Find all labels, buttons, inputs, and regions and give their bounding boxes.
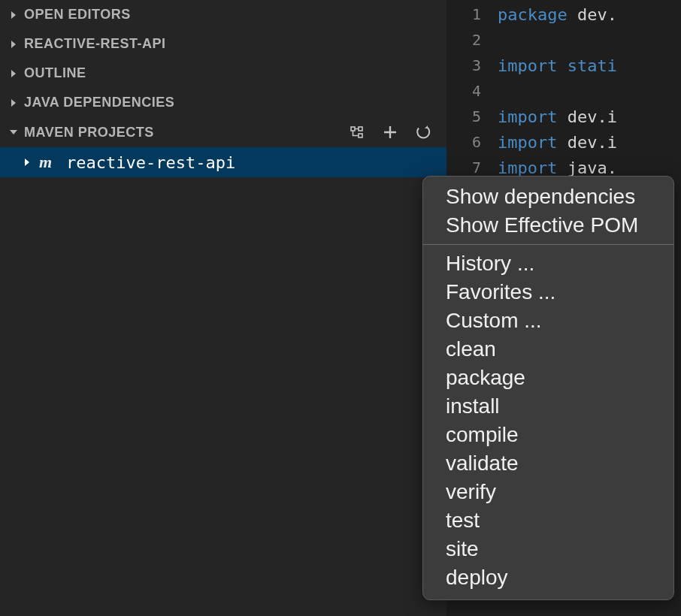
line-content: import stati	[498, 56, 617, 75]
section-label: JAVA DEPENDENCIES	[24, 95, 437, 110]
chevron-right-icon	[9, 40, 24, 49]
maven-project-item[interactable]: m reactive-rest-api	[0, 147, 446, 177]
section-maven-projects[interactable]: MAVEN PROJECTS	[0, 117, 446, 147]
line-content: package dev.	[498, 5, 617, 24]
menu-show-effective-pom[interactable]: Show Effective POM	[423, 211, 673, 240]
code-line[interactable]: 5import dev.i	[446, 104, 681, 129]
maven-project-label: reactive-rest-api	[66, 153, 235, 172]
chevron-right-icon	[9, 69, 24, 78]
maven-context-menu: Show dependencies Show Effective POM His…	[422, 176, 674, 600]
section-outline[interactable]: OUTLINE	[0, 59, 446, 88]
menu-site[interactable]: site	[423, 535, 673, 563]
plus-icon[interactable]	[382, 124, 398, 140]
svg-rect-0	[351, 127, 355, 131]
code-line[interactable]: 3import stati	[446, 53, 681, 78]
menu-clean[interactable]: clean	[423, 335, 673, 364]
section-label: MAVEN PROJECTS	[24, 125, 349, 140]
menu-custom[interactable]: Custom ...	[423, 306, 673, 335]
code-line[interactable]: 1package dev.	[446, 2, 681, 27]
line-number: 3	[446, 56, 498, 74]
section-open-editors[interactable]: OPEN EDITORS	[0, 0, 446, 29]
line-number: 4	[446, 82, 498, 100]
chevron-right-icon	[23, 158, 39, 167]
code-line[interactable]: 6import dev.i	[446, 129, 681, 155]
menu-validate[interactable]: validate	[423, 449, 673, 478]
menu-history[interactable]: History ...	[423, 249, 673, 278]
section-label: REACTIVE-REST-API	[24, 36, 437, 52]
menu-show-dependencies[interactable]: Show dependencies	[423, 183, 673, 211]
menu-compile[interactable]: compile	[423, 421, 673, 449]
code-line[interactable]: 2	[446, 27, 681, 53]
menu-install[interactable]: install	[423, 392, 673, 421]
maven-icon: m	[39, 152, 62, 172]
explorer-sidebar: OPEN EDITORS REACTIVE-REST-API OUTLINE J…	[0, 0, 446, 616]
chevron-right-icon	[9, 11, 24, 20]
line-number: 1	[446, 5, 498, 23]
line-content: import dev.i	[498, 107, 617, 126]
line-number: 6	[446, 133, 498, 151]
svg-rect-1	[359, 127, 362, 131]
section-project-root[interactable]: REACTIVE-REST-API	[0, 29, 446, 59]
menu-verify[interactable]: verify	[423, 478, 673, 506]
line-number: 2	[446, 31, 498, 49]
line-content: import dev.i	[498, 133, 617, 152]
line-number: 5	[446, 107, 498, 125]
refresh-icon[interactable]	[415, 124, 431, 140]
chevron-down-icon	[9, 128, 24, 137]
maven-section-actions	[349, 124, 437, 140]
section-java-dependencies[interactable]: JAVA DEPENDENCIES	[0, 88, 446, 117]
line-content: import java.	[498, 159, 617, 177]
section-label: OPEN EDITORS	[24, 7, 437, 23]
line-number: 7	[446, 159, 498, 177]
menu-deploy[interactable]: deploy	[423, 563, 673, 592]
menu-test[interactable]: test	[423, 506, 673, 535]
section-label: OUTLINE	[24, 65, 437, 81]
code-line[interactable]: 4	[446, 78, 681, 104]
menu-separator	[423, 244, 673, 245]
menu-favorites[interactable]: Favorites ...	[423, 278, 673, 306]
menu-package[interactable]: package	[423, 364, 673, 392]
svg-rect-2	[359, 134, 362, 137]
tree-view-icon[interactable]	[349, 124, 365, 140]
chevron-right-icon	[9, 98, 24, 107]
